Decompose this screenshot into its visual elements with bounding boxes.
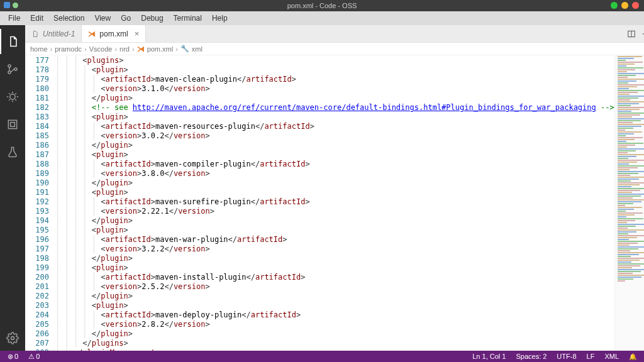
svg-point-6 [11, 337, 14, 340]
activity-beaker-icon[interactable] [0, 140, 25, 165]
window-title: pom.xml - Code - OSS [287, 2, 357, 9]
tab-close-icon[interactable]: × [132, 29, 140, 38]
svg-point-1 [8, 71, 11, 74]
code-content[interactable]: │ │ │ <plugins>│ │ │ │ <plugin>│ │ │ │ │… [55, 55, 614, 351]
menu-terminal[interactable]: Terminal [169, 13, 206, 24]
status-errors[interactable]: 0 [5, 353, 21, 361]
breadcrumb-sep: › [132, 45, 135, 53]
status-warnings[interactable]: 0 [26, 353, 42, 361]
svg-rect-4 [8, 120, 16, 128]
menu-help[interactable]: Help [208, 13, 232, 24]
minimap[interactable] [614, 55, 644, 351]
svg-point-0 [8, 65, 11, 67]
status-eol[interactable]: LF [584, 353, 597, 360]
svg-point-3 [10, 94, 15, 99]
file-icon [31, 30, 39, 38]
breadcrumb-sep: › [114, 45, 117, 53]
menu-view[interactable]: View [90, 13, 115, 24]
tab-label: Untitled-1 [43, 30, 75, 38]
activity-settings-icon[interactable] [0, 326, 25, 351]
status-cursor[interactable]: Ln 1, Col 1 [470, 353, 508, 360]
minimize-button[interactable] [611, 2, 618, 9]
line-number-gutter: 1771781791801811821831841851861871881891… [25, 55, 55, 351]
dot-icon [13, 3, 18, 8]
xml-file-icon: ⧕ [88, 30, 96, 38]
tab-pom-xml[interactable]: ⧕ pom.xml × [82, 25, 146, 42]
text-editor[interactable]: 1771781791801811821831841851861871881891… [25, 55, 644, 351]
close-button[interactable] [632, 2, 639, 9]
menu-edit[interactable]: Edit [26, 13, 48, 24]
wrench-icon: 🔧 [180, 45, 189, 53]
breadcrumb-segment[interactable]: Vscode [89, 45, 113, 53]
titlebar-left-decoration [4, 2, 18, 8]
breadcrumb-sep: › [175, 45, 178, 53]
split-editor-icon[interactable] [627, 30, 636, 38]
window-controls [611, 2, 639, 9]
activity-bug-icon[interactable] [0, 84, 25, 109]
activity-files-icon[interactable] [0, 29, 25, 54]
title-bar: pom.xml - Code - OSS [0, 0, 644, 11]
editor-tabs: Untitled-1 ⧕ pom.xml × ⋯ [25, 25, 644, 43]
activity-box-icon[interactable] [0, 112, 25, 137]
status-bell-icon[interactable] [626, 353, 639, 360]
maximize-button[interactable] [621, 2, 628, 9]
app-icon [4, 2, 10, 8]
status-indent[interactable]: Spaces: 2 [513, 353, 549, 360]
breadcrumb-sep: › [84, 45, 87, 53]
menu-file[interactable]: File [4, 13, 25, 24]
tab-untitled[interactable]: Untitled-1 [25, 25, 82, 42]
activity-scm-icon[interactable] [0, 57, 25, 82]
breadcrumb-segment[interactable]: home [30, 45, 48, 53]
activity-bar [0, 25, 25, 351]
svg-rect-5 [11, 123, 15, 127]
breadcrumb-segment[interactable]: pom.xml [147, 45, 174, 53]
breadcrumb-sep: › [50, 45, 53, 53]
menu-go[interactable]: Go [116, 13, 135, 24]
menu-selection[interactable]: Selection [49, 13, 89, 24]
breadcrumb-segment[interactable]: pramodc [55, 45, 82, 53]
breadcrumb-segment[interactable]: xml [192, 45, 203, 53]
breadcrumb[interactable]: home›pramodc›Vscode›nrd›⧕ pom.xml›🔧 xml [25, 43, 644, 55]
menu-debug[interactable]: Debug [136, 13, 167, 24]
xml-file-icon: ⧕ [137, 45, 145, 53]
menu-bar: FileEditSelectionViewGoDebugTerminalHelp [0, 11, 644, 25]
status-bar: 0 0 Ln 1, Col 1 Spaces: 2 UTF-8 LF XML [0, 351, 644, 362]
tab-label: pom.xml [99, 30, 128, 38]
breadcrumb-segment[interactable]: nrd [119, 45, 130, 53]
status-language[interactable]: XML [602, 353, 621, 360]
svg-point-2 [14, 68, 17, 70]
status-encoding[interactable]: UTF-8 [554, 353, 579, 360]
